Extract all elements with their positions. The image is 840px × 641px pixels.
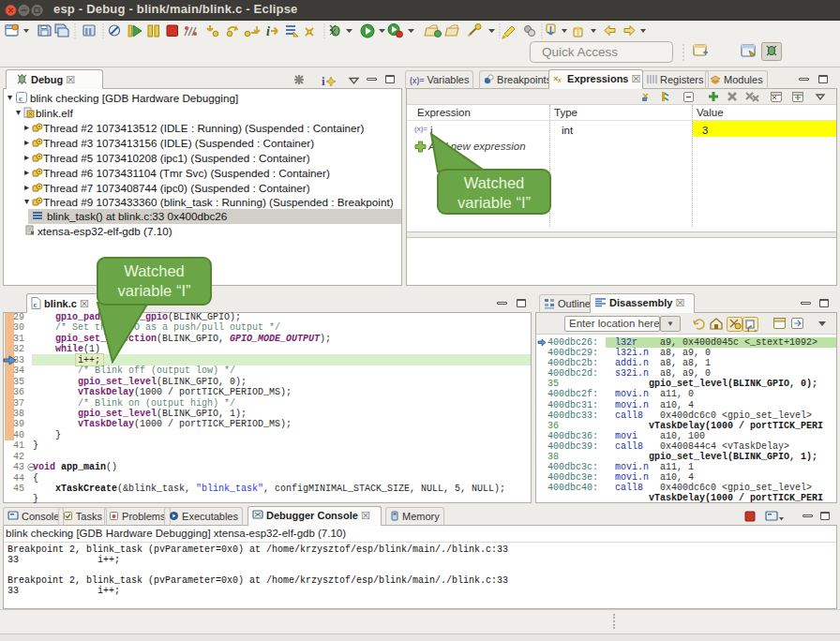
svg-text:Quick Access: Quick Access (542, 45, 618, 59)
svg-text:i: i (322, 74, 325, 87)
svg-text:×ₓ: ×ₓ (553, 74, 562, 83)
svg-text:c: c (34, 300, 38, 309)
svg-text:i: i (266, 24, 270, 38)
svg-text:c: c (19, 94, 22, 103)
